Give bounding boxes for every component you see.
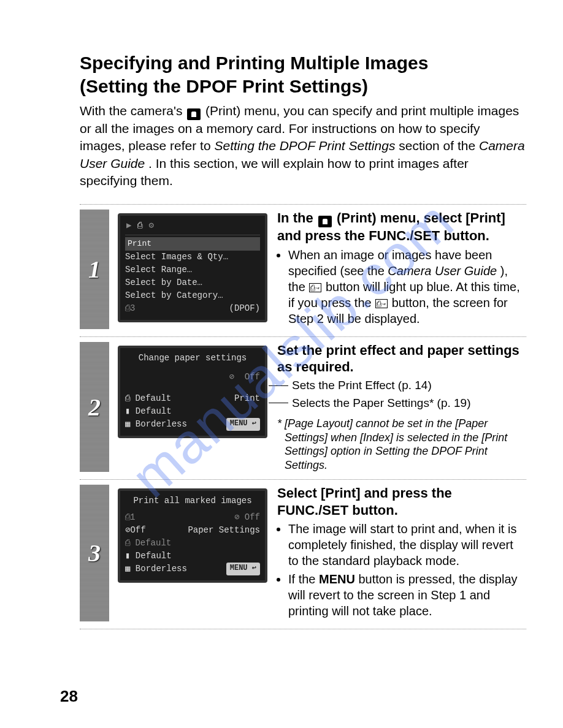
step-heading: Select [Print] and press the FUNC./SET b…: [277, 485, 526, 518]
lcd-menu-badge: MENU ↩: [226, 563, 260, 575]
lcd-header: Print: [125, 237, 260, 251]
lcd-cell: Paper Settings: [188, 524, 260, 537]
intro-italic: Setting the DPOF Print Settings: [214, 138, 395, 153]
step-1: 1 ▶ ⎙ ⚙ Print Select Images & Qty… Selec…: [80, 204, 526, 336]
step-number: 2: [80, 342, 109, 472]
step-text: Set the print effect and paper settings …: [274, 342, 526, 472]
print-icon: [318, 216, 332, 227]
step-2: 2 Change paper settings ⊘ Off ⎙ DefaultP…: [80, 336, 526, 479]
lcd-line: Select Images & Qty…: [125, 251, 260, 264]
lcd-tab: ⚙: [148, 219, 153, 232]
bullet-text: If the: [288, 572, 319, 586]
bullet-item: If the MENU button is pressed, the displ…: [288, 571, 526, 619]
lcd-cell: ⎙1: [125, 511, 135, 524]
print-icon: [187, 108, 201, 120]
step-heading: In the (Print) menu, select [Print] and …: [277, 210, 526, 245]
lcd-line: Select by Date…: [125, 276, 260, 289]
step-text: Select [Print] and press the FUNC./SET b…: [274, 485, 526, 621]
lcd-cell: ⎙ Default: [125, 537, 171, 550]
lcd-cell: Off: [245, 372, 260, 382]
footnote: * [Page Layout] cannot be set in the [Pa…: [277, 417, 526, 472]
step-heading: Set the print effect and paper settings …: [277, 342, 526, 376]
lcd-tab: ▶: [126, 219, 131, 232]
lcd-screenshot: Change paper settings ⊘ Off ⎙ DefaultPri…: [109, 342, 274, 472]
step-number: 1: [80, 210, 109, 329]
callout-text: Selects the Paper Settings* (p. 19): [292, 396, 471, 411]
step-number: 3: [80, 485, 109, 621]
callouts: Sets the Print Effect (p. 14) Selects th…: [277, 378, 526, 411]
lcd-line: Select by Category…: [125, 289, 260, 302]
lcd-cell: ⊘: [229, 372, 234, 382]
lcd-menu-badge: MENU ↩: [226, 418, 260, 431]
steps-container: 1 ▶ ⎙ ⚙ Print Select Images & Qty… Selec…: [80, 204, 526, 629]
lcd-cell: ⊘Off: [125, 524, 146, 537]
lcd-bottom-left: ⎙3: [125, 302, 135, 315]
lcd-cell: ⎙ Default: [125, 392, 171, 405]
step-text: In the (Print) menu, select [Print] and …: [274, 210, 526, 329]
lcd-cell: ▦ Borderless: [125, 418, 187, 431]
bullet-item: The image will start to print and, when …: [288, 521, 526, 569]
bullet-item: When an image or images have been specif…: [288, 247, 526, 327]
bullet-bold: MENU: [319, 572, 355, 586]
lcd-tab: ⎙: [137, 219, 142, 232]
lcd-cell: ▮ Default: [125, 550, 172, 563]
lcd-title: Print all marked images: [125, 495, 260, 507]
lcd-cell: ⊘ Off: [234, 511, 260, 524]
title-line-1: Specifying and Printing Multiple Images: [80, 53, 428, 73]
lcd-line: Select Range…: [125, 264, 260, 276]
intro-text: With the camera's: [80, 104, 186, 118]
intro-paragraph: With the camera's (Print) menu, you can …: [80, 102, 526, 189]
lcd-cell: ▮ Default: [125, 405, 172, 418]
intro-text: section of the: [399, 138, 479, 153]
lcd-cell: ▦ Borderless: [125, 563, 187, 575]
lcd-cell: Print: [234, 392, 260, 405]
lcd-screenshot: Print all marked images ⎙1⊘ Off ⊘OffPape…: [109, 485, 274, 621]
callout-text: Sets the Print Effect (p. 14): [292, 378, 432, 393]
page-title: Specifying and Printing Multiple Images …: [80, 51, 526, 97]
lcd-bottom-right: (DPOF): [229, 302, 260, 315]
page-number: 28: [60, 687, 78, 706]
title-line-2: (Setting the DPOF Print Settings): [80, 76, 368, 96]
heading-text: In the: [277, 210, 317, 226]
step-3: 3 Print all marked images ⎙1⊘ Off ⊘OffPa…: [80, 479, 526, 629]
print-easy-icon: ⎙↝: [375, 299, 388, 308]
print-easy-icon: ⎙↝: [309, 283, 321, 292]
lcd-screenshot: ▶ ⎙ ⚙ Print Select Images & Qty… Select …: [109, 210, 274, 329]
lcd-title: Change paper settings: [125, 352, 260, 365]
bullet-italic: Camera User Guide: [388, 264, 497, 278]
